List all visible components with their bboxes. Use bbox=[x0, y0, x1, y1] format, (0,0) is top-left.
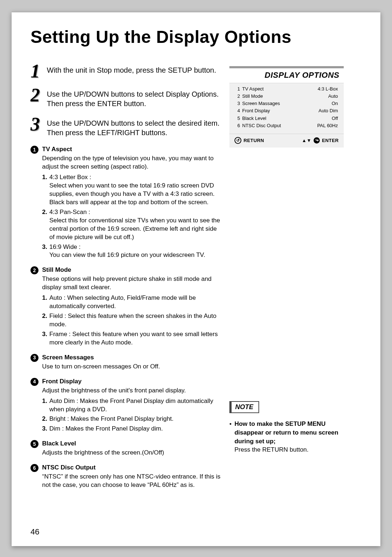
subitem-text: 4:3 Pan-Scan : Select this for conventio… bbox=[49, 208, 223, 242]
panel-footer: ↺ RETURN ▲▼ ↵ ENTER bbox=[229, 134, 344, 145]
menu-row: 2Still ModeAuto bbox=[237, 93, 338, 100]
note-body: • How to make the SETUP MENU disappear o… bbox=[229, 420, 344, 454]
option-sublist: 1.4:3 Letter Box : Select when you want … bbox=[42, 173, 223, 259]
option-item: 5Black LevelAdjusts the brightness of th… bbox=[30, 440, 223, 457]
circled-number-icon: 2 bbox=[30, 266, 38, 274]
menu-row-label: 3Screen Massages bbox=[237, 100, 280, 107]
step-2: 2 Use the UP/DOWN buttons to select Disp… bbox=[30, 87, 223, 108]
menu-row: 3Screen MassagesOn bbox=[237, 100, 338, 107]
menu-row-name: Screen Massages bbox=[242, 100, 280, 107]
option-sublist: 1.Auto Dim : Makes the Front Panel Displ… bbox=[42, 397, 223, 433]
option-item: 6NTSC Disc Output“NTSC” if the screen on… bbox=[30, 464, 223, 489]
menu-row: 6NTSC Disc OutputPAL 60Hz bbox=[237, 122, 338, 129]
note-tail: Press the RETURN button. bbox=[234, 446, 309, 453]
step-text: Use the UP/DOWN buttons to select Displa… bbox=[47, 87, 223, 108]
menu-row: 5Black LevelOff bbox=[237, 115, 338, 122]
subitem-number: 1. bbox=[42, 397, 49, 414]
option-subitem: 2.Bright : Makes the Front Panel Display… bbox=[42, 415, 223, 423]
return-icon: ↺ bbox=[234, 137, 241, 144]
subitem-text: Frame : Select this feature when you wan… bbox=[49, 330, 223, 347]
step-3: 3 Use the UP/DOWN buttons to select the … bbox=[30, 116, 223, 137]
step-number: 3 bbox=[30, 116, 47, 132]
subitem-text: Dim : Makes the Front Panel Display dim. bbox=[49, 425, 223, 433]
subitem-text: Field : Select this feature when the scr… bbox=[49, 312, 223, 329]
menu-row-value: PAL 60Hz bbox=[317, 122, 338, 129]
option-subitem: 1.Auto : When selecting Auto, Field/Fram… bbox=[42, 294, 223, 311]
return-label: RETURN bbox=[244, 138, 264, 143]
circled-number-icon: 4 bbox=[30, 378, 38, 386]
option-item: 2Still ModeThese options will help preve… bbox=[30, 266, 223, 347]
return-hint: ↺ RETURN bbox=[234, 137, 264, 144]
manual-page: Setting Up the Display Options 1 With th… bbox=[12, 12, 380, 546]
subitem-number: 1. bbox=[42, 173, 49, 207]
subitem-text: Auto : When selecting Auto, Field/Frame … bbox=[49, 294, 223, 311]
up-down-icon: ▲▼ bbox=[302, 138, 311, 143]
menu-row-name: Still Mode bbox=[242, 93, 263, 100]
page-title: Setting Up the Display Options bbox=[30, 27, 291, 47]
menu-row-value: 4:3 L-Box bbox=[318, 85, 338, 93]
panel-header: DISPLAY OPTIONS bbox=[229, 68, 344, 83]
menu-row-label: 5Black Level bbox=[237, 115, 266, 122]
step-1: 1 With the unit in Stop mode, press the … bbox=[30, 63, 223, 79]
option-subitem: 2.4:3 Pan-Scan : Select this for convent… bbox=[42, 208, 223, 242]
option-title: NTSC Disc Output bbox=[42, 464, 223, 472]
menu-row-number: 3 bbox=[237, 100, 240, 107]
subitem-number: 1. bbox=[42, 294, 49, 311]
option-subitem: 1.4:3 Letter Box : Select when you want … bbox=[42, 173, 223, 207]
subitem-number: 2. bbox=[42, 415, 49, 423]
option-text: These options will help prevent picture … bbox=[42, 275, 223, 292]
step-text: With the unit in Stop mode, press the SE… bbox=[47, 63, 216, 75]
option-body: Still ModeThese options will help preven… bbox=[42, 266, 223, 347]
option-subitem: 3.Dim : Makes the Front Panel Display di… bbox=[42, 425, 223, 433]
menu-rows: 1TV Aspect4:3 L-Box2Still ModeAuto3Scree… bbox=[229, 83, 344, 134]
option-text: Depending on the type of television you … bbox=[42, 154, 223, 171]
circled-number-icon: 5 bbox=[30, 440, 38, 448]
menu-row-number: 2 bbox=[237, 93, 240, 100]
circled-number-icon: 6 bbox=[30, 464, 38, 472]
menu-row-value: Off bbox=[332, 115, 338, 122]
menu-row-name: Front Display bbox=[242, 107, 270, 114]
option-text: Adjust the brightness of the unit's fron… bbox=[42, 387, 223, 395]
menu-row-value: Auto bbox=[328, 93, 338, 100]
option-subitem: 3.16:9 Wide : You can view the full 16:9… bbox=[42, 243, 223, 260]
option-item: 1TV AspectDepending on the type of telev… bbox=[30, 145, 223, 259]
enter-label: ENTER bbox=[322, 138, 339, 143]
subitem-text: 16:9 Wide : You can view the full 16:9 p… bbox=[49, 243, 223, 260]
note-label: NOTE bbox=[229, 401, 259, 413]
option-text: “NTSC” if the screen only has one NTSC-v… bbox=[42, 473, 223, 489]
option-body: Front DisplayAdjust the brightness of th… bbox=[42, 378, 223, 433]
menu-row-name: TV Aspect bbox=[242, 85, 264, 93]
option-details: 1TV AspectDepending on the type of telev… bbox=[30, 145, 223, 489]
menu-row-label: 6NTSC Disc Output bbox=[237, 122, 281, 129]
menu-row-value: Auto Dim bbox=[319, 107, 338, 114]
menu-row-number: 1 bbox=[237, 85, 240, 93]
option-item: 3Screen MessagesUse to turn on-screen me… bbox=[30, 354, 223, 371]
panel-title: DISPLAY OPTIONS bbox=[265, 70, 339, 80]
option-title: Black Level bbox=[42, 440, 223, 448]
option-item: 4Front DisplayAdjust the brightness of t… bbox=[30, 378, 223, 433]
option-title: Screen Messages bbox=[42, 354, 223, 362]
menu-row: 1TV Aspect4:3 L-Box bbox=[237, 85, 338, 93]
enter-hint: ▲▼ ↵ ENTER bbox=[302, 137, 339, 144]
option-body: Black LevelAdjusts the brightness of the… bbox=[42, 440, 223, 457]
menu-row-value: On bbox=[332, 100, 338, 107]
step-text: Use the UP/DOWN buttons to select the de… bbox=[47, 116, 223, 137]
subitem-number: 3. bbox=[42, 243, 49, 260]
step-number: 2 bbox=[30, 87, 47, 103]
menu-row-number: 4 bbox=[237, 107, 240, 114]
menu-row-name: Black Level bbox=[242, 115, 266, 122]
enter-icon: ↵ bbox=[314, 137, 320, 144]
note-bold: How to make the SETUP MENU disappear or … bbox=[234, 420, 338, 445]
circled-number-icon: 3 bbox=[30, 354, 38, 362]
menu-row-label: 4Front Display bbox=[237, 107, 270, 114]
subitem-number: 3. bbox=[42, 425, 49, 433]
menu-row-label: 1TV Aspect bbox=[237, 85, 264, 93]
subitem-text: Auto Dim : Makes the Front Panel Display… bbox=[49, 397, 223, 414]
option-subitem: 1.Auto Dim : Makes the Front Panel Displ… bbox=[42, 397, 223, 414]
subitem-text: 4:3 Letter Box : Select when you want to… bbox=[49, 173, 223, 207]
menu-row-name: NTSC Disc Output bbox=[242, 122, 281, 129]
option-title: TV Aspect bbox=[42, 145, 223, 154]
subitem-text: Bright : Makes the Front Panel Display b… bbox=[49, 415, 223, 423]
subitem-number: 2. bbox=[42, 312, 49, 329]
instructions-column: 1 With the unit in Stop mode, press the … bbox=[30, 63, 223, 489]
